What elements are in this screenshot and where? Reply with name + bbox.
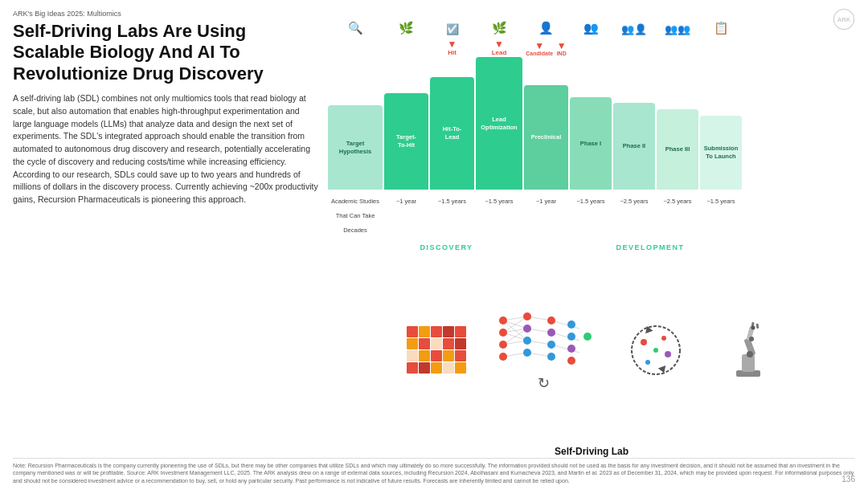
left-panel: Self-Driving Labs Are Using Scalable Bio… [13,21,318,458]
svg-point-59 [661,336,666,341]
svg-point-50 [567,321,575,329]
target-hypothesis-icon: 🔍 [348,21,363,35]
stage-phase3: Phase III [657,109,698,190]
svg-point-45 [523,349,531,357]
svg-rect-68 [755,324,759,329]
svg-rect-16 [455,350,466,361]
stage-phase1: Phase I [570,97,612,190]
svg-rect-19 [431,362,442,374]
phase3-time: ~2.5 years [663,198,691,205]
preclinical-time: ~1 year [536,198,556,205]
neural-net-svg [491,308,596,373]
main-content: Self-Driving Labs Are Using Scalable Bio… [13,21,855,458]
top-label: ARK's Big Ideas 2025: Multiomics [13,10,855,18]
svg-rect-11 [455,338,466,349]
heatmap-svg [403,322,467,378]
target-hypothesis-time: Academic StudiesThat Can TakeDecades [331,198,379,234]
svg-point-42 [523,312,531,321]
preclinical-icon: 👤 [538,21,554,35]
lead-opt-icon: 🌿 [492,21,507,35]
page: ARK ARK's Big Ideas 2025: Multiomics Sel… [0,0,868,490]
footer-note: Note: Recursion Pharmaceuticals is the c… [13,458,855,485]
candidate-annotation: Candidate [526,51,553,56]
target-hypothesis-label: TargetHypothesis [339,140,371,156]
svg-rect-17 [407,362,418,374]
svg-rect-6 [455,326,466,337]
ind-marker: ▼ [557,41,567,51]
svg-point-61 [645,360,650,365]
robot-arm-illustration [716,318,780,382]
hit-to-lead-icon: ☑️ [446,23,459,35]
svg-point-71 [751,326,755,330]
svg-rect-20 [443,362,454,374]
hit-annotation: Hit [448,49,457,56]
page-number: 136 [841,475,855,484]
robot-arm-svg [716,318,780,382]
lead-marker-arrow: ▼ [494,39,504,49]
main-title: Self-Driving Labs Are Using Scalable Bio… [13,21,318,84]
submission-icon: 📋 [714,21,729,35]
ark-logo: ARK [833,8,855,31]
lead-annotation: Lead [492,49,507,56]
candidate-marker: ▼ [534,41,544,51]
bottom-illustrations: ↻ [328,259,855,442]
phase2-time: ~2.5 years [620,198,648,205]
stage-preclinical: Preclinical [524,85,568,190]
svg-point-49 [547,353,555,361]
discovery-label: DISCOVERY [420,243,473,251]
lead-optimization-label: LeadOptimization [481,116,517,132]
svg-rect-13 [419,350,430,361]
svg-point-40 [499,341,507,349]
svg-point-44 [523,337,531,345]
svg-point-54 [583,333,592,341]
stage-target-hypothesis: TargetHypothesis [328,105,383,190]
hit-to-lead-label: Hit-To-Lead [443,125,462,141]
pipeline: 🔍 🌿 ☑️ 🌿 👤 [328,21,855,253]
svg-rect-14 [431,350,442,361]
submission-label: SubmissionTo Launch [704,145,739,161]
target-to-hit-icon: 🌿 [399,21,414,35]
svg-point-52 [567,345,575,353]
stage-hit-to-lead: Hit-To-Lead [430,77,474,190]
svg-point-53 [567,357,575,365]
heatmap-illustration [403,322,467,378]
phase3-icon: 👥👥 [665,23,690,35]
phase3-label: Phase III [665,145,690,153]
target-to-hit-time: ~1 year [396,198,416,205]
hit-marker-arrow: ▼ [448,39,457,49]
svg-point-70 [749,337,754,341]
cycle-illustration [620,318,692,382]
svg-point-60 [665,351,671,357]
stage-target-to-hit: Target-To-Hit [384,93,428,190]
phase2-label: Phase II [623,142,645,150]
lead-opt-time: ~1.5 years [485,198,513,205]
svg-rect-5 [443,326,454,337]
svg-rect-4 [431,326,442,337]
cycle-svg [620,318,692,382]
svg-point-48 [547,341,555,349]
svg-point-58 [641,339,647,345]
neural-net-illustration: ↻ [491,308,596,392]
svg-rect-8 [419,338,430,349]
submission-time: ~1.5 years [706,198,735,205]
development-label: DEVELOPMENT [616,243,684,251]
stage-phase2: Phase II [613,103,655,190]
sdl-label: Self-Driving Lab [555,446,628,457]
phase1-label: Phase I [580,140,601,148]
neural-arrow: ↻ [538,374,550,392]
svg-rect-18 [419,362,430,374]
svg-rect-12 [407,350,418,361]
svg-rect-9 [431,338,442,349]
svg-rect-10 [443,338,454,349]
stage-submission: SubmissionTo Launch [700,116,742,190]
svg-rect-3 [419,326,430,337]
phase2-icon: 👥👤 [621,23,647,35]
svg-rect-15 [443,350,454,361]
svg-point-38 [499,316,507,325]
hit-to-lead-time: ~1.5 years [438,198,466,205]
phase1-time: ~1.5 years [576,198,604,205]
svg-point-46 [547,316,555,325]
description: A self-driving lab (SDL) combines not on… [13,92,318,206]
stage-lead-optimization: LeadOptimization [476,57,522,190]
svg-text:ARK: ARK [837,16,851,23]
